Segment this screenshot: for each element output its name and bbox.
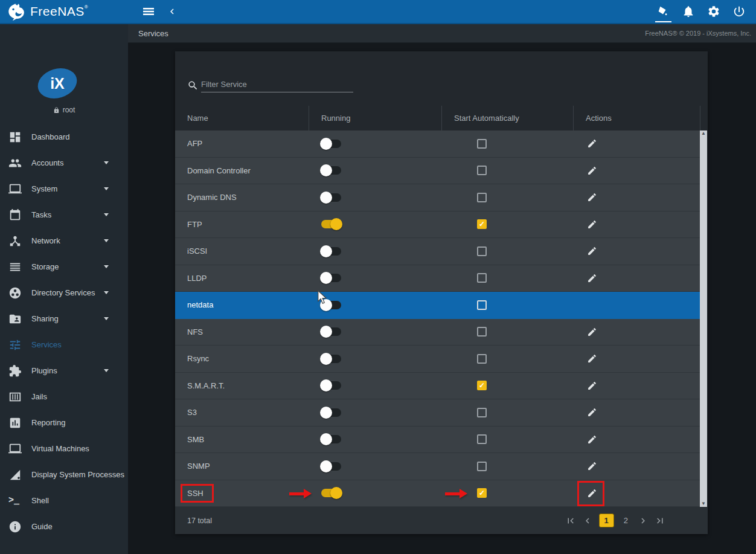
- sidebar-item-shell[interactable]: >_Shell: [0, 488, 128, 514]
- sidebar-item-plugins[interactable]: Plugins: [0, 358, 128, 384]
- sidebar-item-sharing[interactable]: Sharing: [0, 306, 128, 332]
- settings-gear-icon[interactable]: [707, 5, 722, 19]
- running-toggle[interactable]: [320, 353, 343, 365]
- filter-service-input[interactable]: [201, 77, 353, 92]
- running-toggle[interactable]: [320, 192, 343, 204]
- notifications-bell-icon[interactable]: [682, 5, 696, 19]
- sidebar-item-directory-services[interactable]: Directory Services: [0, 280, 128, 306]
- service-name: S3: [175, 399, 309, 426]
- table-row-s3[interactable]: S3: [175, 399, 700, 427]
- table-row-domain-controller[interactable]: Domain Controller: [175, 158, 700, 185]
- edit-pencil-icon[interactable]: [587, 381, 597, 391]
- theme-ink-icon[interactable]: [656, 5, 671, 19]
- running-toggle[interactable]: [320, 460, 343, 472]
- sidebar-item-accounts[interactable]: Accounts: [0, 150, 128, 176]
- running-toggle[interactable]: [320, 379, 343, 391]
- edit-pencil-icon[interactable]: [587, 138, 597, 149]
- start-automatically-checkbox[interactable]: ✓: [477, 381, 487, 390]
- running-toggle[interactable]: [320, 326, 343, 338]
- tasks-icon: [8, 208, 22, 222]
- edit-pencil-icon[interactable]: [587, 219, 597, 230]
- edit-pencil-icon[interactable]: [587, 461, 597, 471]
- sidebar-item-virtual-machines[interactable]: Virtual Machines: [0, 436, 128, 462]
- scroll-up-icon[interactable]: ▲: [701, 130, 706, 137]
- running-toggle[interactable]: [320, 433, 343, 445]
- table-row-smb[interactable]: SMB: [175, 427, 700, 454]
- table-row-netdata[interactable]: netdata: [175, 292, 700, 319]
- service-name: LLDP: [175, 265, 309, 292]
- column-header-name[interactable]: Name: [175, 106, 309, 130]
- page-next-icon[interactable]: [638, 515, 649, 526]
- start-automatically-checkbox[interactable]: [477, 300, 487, 310]
- sidebar-item-reporting[interactable]: Reporting: [0, 410, 128, 436]
- system-icon: [8, 182, 22, 196]
- start-automatically-checkbox[interactable]: ✓: [477, 488, 487, 498]
- power-icon[interactable]: [732, 5, 747, 19]
- table-row-ssh[interactable]: SSH✓: [175, 480, 700, 507]
- start-automatically-checkbox[interactable]: [477, 166, 487, 175]
- column-header-running[interactable]: Running: [309, 106, 442, 130]
- collapse-sidebar-icon[interactable]: [167, 4, 178, 19]
- sidebar-item-display-system-processes[interactable]: Display System Processes: [0, 462, 128, 488]
- edit-pencil-icon[interactable]: [587, 327, 597, 337]
- running-toggle[interactable]: [320, 299, 343, 311]
- page-first-icon[interactable]: [565, 515, 576, 526]
- sidebar-item-guide[interactable]: Guide: [0, 514, 128, 540]
- edit-pencil-icon[interactable]: [587, 273, 597, 283]
- edit-pencil-icon[interactable]: [587, 407, 597, 417]
- edit-pencil-icon[interactable]: [587, 166, 597, 176]
- edit-pencil-icon[interactable]: [587, 434, 597, 445]
- sidebar-item-system[interactable]: System: [0, 176, 128, 202]
- table-row-s-m-a-r-t-[interactable]: S.M.A.R.T.✓: [175, 373, 700, 400]
- start-automatically-checkbox[interactable]: [477, 139, 487, 149]
- sidebar-item-storage[interactable]: Storage: [0, 254, 128, 280]
- vertical-scrollbar[interactable]: ▲ ▼: [700, 130, 707, 507]
- storage-icon: [8, 260, 22, 274]
- table-row-ftp[interactable]: FTP✓: [175, 211, 700, 239]
- start-automatically-checkbox[interactable]: [477, 462, 487, 471]
- edit-pencil-icon[interactable]: [587, 192, 597, 202]
- start-automatically-checkbox[interactable]: [477, 246, 487, 256]
- running-toggle[interactable]: [320, 245, 343, 257]
- sidebar-item-network[interactable]: Network: [0, 228, 128, 254]
- sidebar-item-services[interactable]: Services: [0, 332, 128, 358]
- start-automatically-checkbox[interactable]: [477, 408, 487, 417]
- scroll-down-icon[interactable]: ▼: [701, 501, 706, 507]
- start-automatically-checkbox[interactable]: [477, 434, 487, 444]
- start-automatically-checkbox[interactable]: [477, 354, 487, 364]
- table-row-iscsi[interactable]: iSCSI: [175, 238, 700, 265]
- service-name: S.M.A.R.T.: [175, 373, 309, 399]
- table-row-rsync[interactable]: Rsync: [175, 346, 700, 373]
- table-row-dynamic-dns[interactable]: Dynamic DNS: [175, 184, 700, 211]
- services-card: NameRunningStart AutomaticallyActions AF…: [175, 51, 708, 534]
- running-toggle[interactable]: [320, 218, 343, 230]
- table-row-snmp[interactable]: SNMP: [175, 453, 700, 480]
- column-header-actions[interactable]: Actions: [574, 106, 700, 130]
- page-last-icon[interactable]: [655, 515, 665, 526]
- page-number-2[interactable]: 2: [620, 516, 632, 525]
- column-header-start-automatically[interactable]: Start Automatically: [442, 106, 574, 130]
- page-number-1[interactable]: 1: [599, 514, 614, 527]
- table-row-nfs[interactable]: NFS: [175, 319, 700, 346]
- sidebar-item-dashboard[interactable]: Dashboard: [0, 124, 128, 150]
- running-toggle[interactable]: [320, 164, 343, 176]
- start-automatically-checkbox[interactable]: [477, 327, 487, 337]
- edit-pencil-icon[interactable]: [587, 246, 597, 256]
- table-row-lldp[interactable]: LLDP: [175, 265, 700, 292]
- service-name: SMB: [175, 427, 309, 453]
- sidebar-item-jails[interactable]: Jails: [0, 384, 128, 410]
- start-automatically-checkbox[interactable]: ✓: [477, 219, 487, 229]
- edit-pencil-icon[interactable]: [587, 353, 597, 364]
- running-toggle[interactable]: [320, 138, 343, 150]
- sidebar-item-tasks[interactable]: Tasks: [0, 202, 128, 228]
- running-toggle[interactable]: [320, 407, 343, 419]
- table-row-afp[interactable]: AFP: [175, 130, 700, 158]
- page-prev-icon[interactable]: [582, 515, 593, 526]
- edit-pencil-icon[interactable]: [587, 488, 597, 498]
- sidebar-item-label: Plugins: [22, 366, 57, 375]
- menu-icon[interactable]: [141, 4, 156, 19]
- start-automatically-checkbox[interactable]: [477, 273, 487, 283]
- running-toggle[interactable]: [320, 487, 343, 499]
- start-automatically-checkbox[interactable]: [477, 193, 487, 202]
- running-toggle[interactable]: [320, 272, 343, 284]
